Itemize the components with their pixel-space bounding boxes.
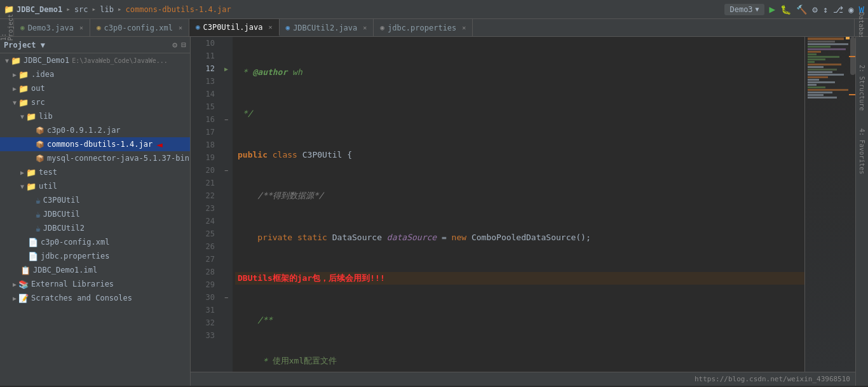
tab-close-jdbcprops[interactable]: ✕ — [462, 24, 466, 31]
expand-arrow-util — [20, 183, 24, 190]
tree-label-jdbc-iml: JDBC_Demo1.iml — [33, 266, 97, 275]
tree-item-jdbc-props[interactable]: 📄 jdbc.properties — [0, 249, 190, 263]
tree-item-out[interactable]: 📁 out — [0, 81, 190, 95]
tree-item-test[interactable]: 📁 test — [0, 165, 190, 179]
line-26: 26 — [191, 240, 220, 253]
project-tree: Project ▼ ⚙ ⊟ 📁 JDBC_Demo1 E:\JavaWeb_Co… — [0, 37, 191, 386]
gutter-19 — [220, 151, 233, 164]
line-13: 13 — [191, 75, 220, 88]
src-folder-icon: 📁 — [18, 98, 29, 107]
c3p0util-java-icon: ☕ — [36, 196, 41, 205]
project-sidebar-toggle[interactable]: 1: Project — [0, 19, 14, 36]
expand-arrow-test — [20, 169, 24, 176]
separator-3: ▸ — [118, 5, 122, 13]
tab-jdbcprops[interactable]: ◉ jdbc.properties ✕ — [374, 19, 473, 36]
blog-url: https://blog.csdn.net/weixin_43968510 — [695, 375, 850, 383]
gutter-25 — [220, 227, 233, 240]
gutter-12: ▶ — [220, 62, 233, 75]
tab-close-jdbcutil2[interactable]: ✕ — [363, 24, 367, 31]
line-31: 31 — [191, 304, 220, 316]
favorites-tab[interactable]: 4: Favorites — [857, 126, 867, 177]
tree-item-c3p0util-java[interactable]: ☕ C3P0Util — [0, 193, 190, 207]
structure-tab[interactable]: 2: Structure — [857, 62, 867, 113]
tree-label-c3p0-config: c3p0-config.xml — [41, 238, 109, 247]
expand-arrow-jdbc — [5, 57, 9, 64]
expand-arrow-src — [13, 99, 17, 106]
code-text-10: * — [238, 67, 252, 77]
gutter-17 — [220, 126, 233, 139]
expand-arrow-idea — [13, 71, 17, 78]
tree-item-jdbc-demo1[interactable]: 📁 JDBC_Demo1 E:\JavaWeb_Code\JavaWe... — [0, 53, 190, 67]
code-line-10: * @author wh — [235, 65, 804, 78]
run-button[interactable]: ▶ — [770, 3, 776, 15]
jar-label: commons-dbutils-1.4.jar — [126, 5, 231, 14]
c3p0-jar-icon: 📦 — [36, 126, 44, 135]
scratches-icon: 📝 — [18, 294, 29, 303]
tab-close-c3p0config[interactable]: ✕ — [179, 24, 182, 31]
tab-c3p0config[interactable]: ◉ c3p0-config.xml ✕ — [90, 19, 189, 36]
tree-item-scratches[interactable]: 📝 Scratches and Consoles — [0, 291, 190, 305]
c3p0-config-icon: 📄 — [28, 238, 38, 247]
tree-item-util[interactable]: 📁 util — [0, 179, 190, 193]
tree-item-jdbc-iml[interactable]: 📋 JDBC_Demo1.iml — [0, 263, 190, 277]
tab-close-demo3[interactable]: ✕ — [79, 24, 83, 31]
line-numbers: 10 11 12 13 14 15 16 17 18 19 20 21 22 2… — [191, 37, 220, 372]
tree-item-c3p0-jar[interactable]: 📦 c3p0-0.9.1.2.jar — [0, 123, 190, 137]
project-folder-icon: 📁 — [11, 56, 21, 65]
code-content[interactable]: * @author wh */ public class C3P0Util { … — [233, 37, 804, 372]
tree-item-mysql-jar[interactable]: 📦 mysql-connector-java-5.1.37-bin — [0, 151, 190, 165]
tree-item-jdbcutil2-java[interactable]: ☕ JDBCUtil2 — [0, 221, 190, 235]
tab-c3p0util[interactable]: ◉ C3P0Util.java ✕ — [189, 19, 280, 36]
code-line-13: /**得到数据源*/ — [235, 189, 804, 202]
expand-arrow-lib — [20, 113, 24, 120]
tab-close-c3p0util[interactable]: ✕ — [268, 24, 272, 31]
util-folder-icon: 📁 — [26, 182, 36, 191]
profile-button[interactable]: ◉ — [848, 4, 853, 15]
tree-item-src[interactable]: 📁 src — [0, 95, 190, 109]
tree-label-jdbcutil-java: JDBCUtil — [43, 210, 80, 219]
jdbc-iml-icon: 📋 — [20, 266, 31, 275]
tree-item-idea[interactable]: 📁 .idea — [0, 67, 190, 81]
code-line-16: /** — [235, 313, 804, 326]
tree-item-ext-libs[interactable]: 📚 External Libraries — [0, 277, 190, 291]
gutter-26 — [220, 240, 233, 253]
tree-item-c3p0-config[interactable]: 📄 c3p0-config.xml — [0, 235, 190, 249]
fold-30[interactable]: − — [224, 294, 228, 301]
expand-arrow-scratches — [13, 295, 17, 302]
run-config-name: Demo3 — [729, 5, 752, 14]
fold-16[interactable]: − — [224, 116, 228, 123]
tree-item-jdbcutil-java[interactable]: ☕ JDBCUtil — [0, 207, 190, 221]
code-marker-1 — [849, 56, 855, 57]
tab-demo3[interactable]: ◉ Demo3.java ✕ — [14, 19, 90, 36]
gutter-27 — [220, 253, 233, 266]
line-27: 27 — [191, 253, 220, 266]
line-22: 22 — [191, 189, 220, 202]
tree-label-test: test — [39, 168, 57, 177]
run-config-selector[interactable]: Demo3 ▼ — [724, 4, 764, 15]
gutter-18 — [220, 139, 233, 151]
settings-button[interactable]: ⚙ — [812, 4, 817, 15]
tree-label-c3p0util-java: C3P0Util — [43, 196, 80, 205]
line-12: 12 — [191, 62, 220, 75]
tree-item-commons-jar[interactable]: 📦 commons-dbutils-1.4.jar ◄ — [0, 137, 190, 151]
git-button[interactable]: ↕ — [823, 4, 828, 15]
tree-settings-icon[interactable]: ⚙ — [172, 40, 177, 50]
tree-collapse-icon[interactable]: ⊟ — [181, 40, 186, 50]
gutter-29 — [220, 278, 233, 291]
code-line-11: */ — [235, 107, 804, 119]
line-30: 30 — [191, 291, 220, 304]
tree-item-lib[interactable]: 📁 lib — [0, 109, 190, 123]
tab-jdbcutil2[interactable]: ◉ JDBCUtil2.java ✕ — [280, 19, 374, 36]
line-25: 25 — [191, 227, 220, 240]
src-label: src — [74, 5, 88, 14]
line-18: 18 — [191, 139, 220, 151]
line-33: 33 — [191, 329, 220, 342]
database-tab[interactable]: Database — [854, 19, 868, 36]
line-21: 21 — [191, 177, 220, 189]
tree-title: Project ▼ — [4, 41, 45, 50]
out-folder-icon: 📁 — [18, 84, 29, 93]
fold-20[interactable]: − — [224, 167, 228, 174]
git2-button[interactable]: ⎇ — [833, 4, 843, 15]
build-button[interactable]: 🔨 — [796, 4, 807, 15]
debug-button[interactable]: 🐛 — [780, 4, 791, 15]
